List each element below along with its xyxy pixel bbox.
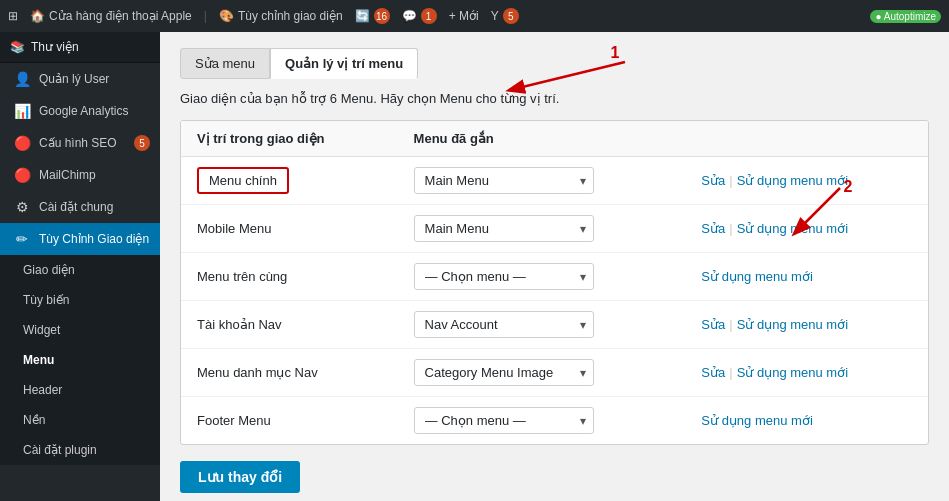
action-separator: |: [729, 221, 732, 236]
col-actions: [685, 121, 928, 157]
sidebar-subitem-giao-dien[interactable]: Giao diện: [0, 255, 160, 285]
sidebar-item-cai-dat-chung[interactable]: ⚙ Cài đặt chung: [0, 191, 160, 223]
seo-icon: 🔴: [13, 135, 31, 151]
site-name[interactable]: 🏠 Cửa hàng điện thoại Apple: [30, 9, 192, 23]
sidebar-subitem-menu[interactable]: Menu: [0, 345, 160, 375]
main-wrapper: Sửa menu Quản lý vị trí menu 1: [180, 48, 929, 493]
menu-actions-cell: Sửa | Sử dụng menu mới: [685, 301, 928, 349]
sidebar-item-label: Tùy Chỉnh Giao diện: [39, 232, 149, 246]
menu-position-name: Footer Menu: [181, 397, 398, 445]
menu-position-name: Menu trên cùng: [181, 253, 398, 301]
menu-actions-cell: Sử dụng menu mới: [685, 397, 928, 445]
tab-sua-menu[interactable]: Sửa menu: [180, 48, 270, 79]
menu-select[interactable]: — Chọn menu —Main MenuNav AccountCategor…: [414, 407, 594, 434]
sidebar-subitem-cai-dat-plugin[interactable]: Cài đặt plugin: [0, 435, 160, 465]
menu-actions-cell: Sửa | Sử dụng menu mới: [685, 205, 928, 253]
layout: 📚 Thư viện 👤 Quản lý User 📊 Google Analy…: [0, 32, 949, 501]
page-description: Giao diện của bạn hỗ trợ 6 Menu. Hãy chọ…: [180, 91, 929, 106]
sidebar-item-mailchimp[interactable]: 🔴 MailChimp: [0, 159, 160, 191]
menu-select-cell: — Chọn menu —Main MenuNav AccountCategor…: [398, 349, 686, 397]
sua-link[interactable]: Sửa: [701, 221, 725, 236]
sidebar-subitem-nen[interactable]: Nền: [0, 405, 160, 435]
wp-logo[interactable]: ⊞: [8, 9, 18, 23]
sidebar-subitem-tuy-bien[interactable]: Tùy biến: [0, 285, 160, 315]
use-new-menu-link[interactable]: Sử dụng menu mới: [701, 413, 812, 428]
tab-bar: Sửa menu Quản lý vị trí menu: [180, 48, 929, 79]
use-new-menu-link[interactable]: Sử dụng menu mới: [737, 365, 848, 380]
sidebar-subitem-widget[interactable]: Widget: [0, 315, 160, 345]
brand-icon: 📚: [10, 40, 25, 54]
menu-position-name: Menu danh mục Nav: [181, 349, 398, 397]
brand-label: Thư viện: [31, 40, 79, 54]
subitem-label: Tùy biến: [23, 293, 69, 307]
table-row: Tài khoản Nav— Chọn menu —Main MenuNav A…: [181, 301, 928, 349]
admin-bar-right: ● Autoptimize: [870, 10, 941, 23]
action-separator: |: [729, 365, 732, 380]
subitem-label: Nền: [23, 413, 45, 427]
sidebar: 📚 Thư viện 👤 Quản lý User 📊 Google Analy…: [0, 32, 160, 501]
use-new-menu-link[interactable]: Sử dụng menu mới: [737, 173, 848, 188]
use-new-menu-link[interactable]: Sử dụng menu mới: [737, 317, 848, 332]
menu-select[interactable]: — Chọn menu —Main MenuNav AccountCategor…: [414, 263, 594, 290]
autoptimize-status[interactable]: ● Autoptimize: [870, 10, 941, 23]
menu-select[interactable]: — Chọn menu —Main MenuNav AccountCategor…: [414, 311, 594, 338]
sua-link[interactable]: Sửa: [701, 365, 725, 380]
user-icon: 👤: [13, 71, 31, 87]
use-new-menu-link[interactable]: Sử dụng menu mới: [737, 221, 848, 236]
sidebar-subitem-header[interactable]: Header: [0, 375, 160, 405]
menu-positions-table: Vị trí trong giao diện Menu đã gắn Menu …: [180, 120, 929, 445]
menu-select[interactable]: — Chọn menu —Main MenuNav AccountCategor…: [414, 359, 594, 386]
updates-link[interactable]: 🔄 16: [355, 8, 390, 24]
sidebar-brand: 📚 Thư viện: [0, 32, 160, 63]
table-row: Footer Menu— Chọn menu —Main MenuNav Acc…: [181, 397, 928, 445]
menu-select-cell: Main MenuNav AccountCategory Menu Image: [398, 157, 686, 205]
menu-actions-cell: Sử dụng menu mới: [685, 253, 928, 301]
menu-select[interactable]: Main MenuNav AccountCategory Menu Image: [414, 167, 594, 194]
use-new-menu-link[interactable]: Sử dụng menu mới: [701, 269, 812, 284]
sidebar-item-label: Google Analytics: [39, 104, 128, 118]
sidebar-item-quan-ly-user[interactable]: 👤 Quản lý User: [0, 63, 160, 95]
menu-select-cell: — Chọn menu —Main MenuNav AccountCategor…: [398, 397, 686, 445]
seo-badge: 5: [134, 135, 150, 151]
menu-select-cell: Main MenuNav AccountCategory Menu Image: [398, 205, 686, 253]
analytics-icon: 📊: [13, 103, 31, 119]
mailchimp-icon: 🔴: [13, 167, 31, 183]
menu-position-name: Tài khoản Nav: [181, 301, 398, 349]
menu-position-name: Mobile Menu: [181, 205, 398, 253]
main-content: Sửa menu Quản lý vị trí menu 1: [160, 32, 949, 501]
table-row: Menu trên cùng— Chọn menu —Main MenuNav …: [181, 253, 928, 301]
subitem-label: Header: [23, 383, 62, 397]
sua-link[interactable]: Sửa: [701, 317, 725, 332]
table-row: Menu chínhMain MenuNav AccountCategory M…: [181, 157, 928, 205]
sidebar-item-cau-hinh-seo[interactable]: 🔴 Cấu hình SEO 5: [0, 127, 160, 159]
subitem-label: Giao diện: [23, 263, 75, 277]
sidebar-item-google-analytics[interactable]: 📊 Google Analytics: [0, 95, 160, 127]
new-link[interactable]: + Mới: [449, 9, 479, 23]
subitem-label: Menu: [23, 353, 54, 367]
customize-icon: ✏: [13, 231, 31, 247]
sua-link[interactable]: Sửa: [701, 173, 725, 188]
action-separator: |: [729, 173, 732, 188]
action-separator: |: [729, 317, 732, 332]
sidebar-item-label: Cấu hình SEO: [39, 136, 117, 150]
sidebar-item-label: Quản lý User: [39, 72, 109, 86]
menu-position-name: Menu chính: [181, 157, 398, 205]
table-row: Mobile MenuMain MenuNav AccountCategory …: [181, 205, 928, 253]
save-button[interactable]: Lưu thay đổi: [180, 461, 300, 493]
sidebar-item-tuy-chinh-giao-dien[interactable]: ✏ Tùy Chỉnh Giao diện: [0, 223, 160, 255]
col-menu: Menu đã gắn: [398, 121, 686, 157]
subitem-label: Cài đặt plugin: [23, 443, 97, 457]
admin-bar: ⊞ 🏠 Cửa hàng điện thoại Apple | 🎨 Tùy ch…: [0, 0, 949, 32]
menu-select-cell: — Chọn menu —Main MenuNav AccountCategor…: [398, 253, 686, 301]
tab-quan-ly-vi-tri-menu[interactable]: Quản lý vị trí menu: [270, 48, 418, 79]
menu-actions-cell: Sửa | Sử dụng menu mới: [685, 349, 928, 397]
table-row: Menu danh mục Nav— Chọn menu —Main MenuN…: [181, 349, 928, 397]
comments-link[interactable]: 💬 1: [402, 8, 437, 24]
settings-icon: ⚙: [13, 199, 31, 215]
yoast-link[interactable]: Y 5: [491, 8, 519, 24]
customize-link[interactable]: 🎨 Tùy chỉnh giao diện: [219, 9, 343, 23]
col-position: Vị trí trong giao diện: [181, 121, 398, 157]
sidebar-item-label: MailChimp: [39, 168, 96, 182]
menu-select[interactable]: Main MenuNav AccountCategory Menu Image: [414, 215, 594, 242]
subitem-label: Widget: [23, 323, 60, 337]
